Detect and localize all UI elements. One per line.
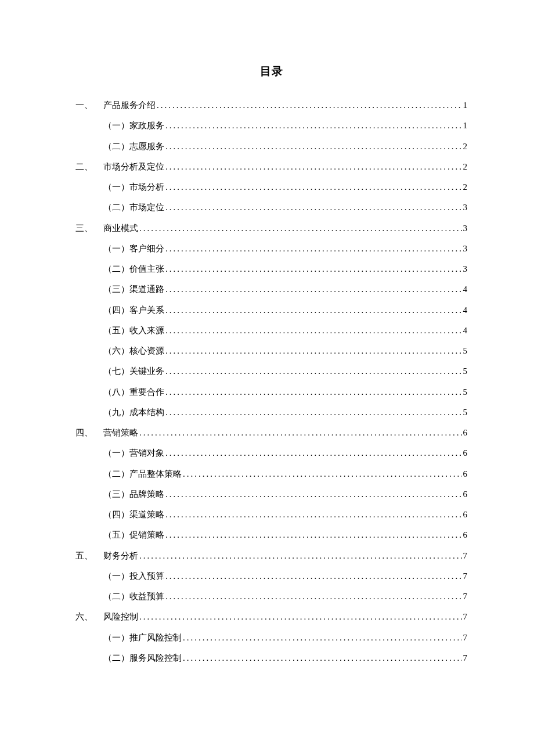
toc-entry: 六、风险控制7: [75, 607, 467, 627]
toc-entry-page: 5: [462, 361, 468, 381]
toc-entry-page: 3: [462, 197, 468, 218]
toc-entry-leader: [164, 341, 462, 361]
toc-entry-marker: （四）: [103, 300, 129, 321]
toc-entry: （六） 核心资源5: [75, 341, 467, 361]
toc-entry-label: 客户关系: [129, 300, 164, 321]
toc-entry-leader: [164, 586, 462, 607]
toc-entry-page: 7: [462, 628, 468, 648]
toc-entry-label: 风险控制: [103, 607, 138, 627]
toc-entry-marker: （六）: [103, 341, 129, 361]
toc-entry: （一）推广风险控制7: [75, 628, 467, 648]
toc-entry: 二、市场分析及定位2: [75, 157, 467, 177]
toc-entry-leader: [164, 136, 462, 157]
toc-entry: （一）家政服务1: [75, 116, 467, 136]
toc-entry-marker: 一、: [75, 95, 103, 116]
toc-entry-leader: [138, 607, 462, 627]
toc-entry-marker: （七）: [103, 361, 129, 381]
toc-entry: （七） 关键业务5: [75, 361, 467, 381]
toc-entry-leader: [164, 197, 462, 218]
toc-entry-marker: （八）: [103, 382, 129, 402]
toc-entry-leader: [164, 279, 462, 300]
toc-entry-page: 5: [462, 382, 468, 402]
toc-entry-leader: [164, 443, 462, 463]
toc-entry-page: 6: [462, 484, 468, 505]
toc-entry-page: 5: [462, 341, 468, 361]
toc-entry-marker: （五）: [103, 321, 129, 341]
toc-entry-marker: （二）: [103, 586, 129, 607]
toc-entry: （二） 价值主张3: [75, 259, 467, 279]
toc-entry: （一）客户细分3: [75, 239, 467, 259]
toc-entry-marker: （一）: [103, 628, 129, 648]
toc-entry-leader: [164, 484, 462, 505]
toc-entry: 一、产品服务介绍1: [75, 95, 467, 116]
toc-entry-page: 4: [462, 279, 468, 300]
toc-entry: （四） 客户关系4: [75, 300, 467, 321]
toc-entry-leader: [138, 423, 462, 443]
toc-entry-label: 客户细分: [129, 239, 164, 259]
toc-entry-marker: （一）: [103, 566, 129, 586]
toc-entry-leader: [182, 464, 462, 484]
toc-entry-label: 品牌策略: [129, 484, 164, 505]
toc-entry-label: 核心资源: [129, 341, 164, 361]
toc-entry-leader: [164, 239, 462, 259]
toc-entry-page: 4: [462, 321, 468, 341]
toc-entry-label: 价值主张: [129, 259, 164, 279]
toc-entry: 四、营销策略6: [75, 423, 467, 443]
toc-entry-label: 产品服务介绍: [103, 95, 156, 116]
toc-entry-page: 3: [462, 218, 468, 239]
toc-entry-leader: [138, 218, 462, 239]
toc-entry-marker: （二）: [103, 197, 129, 218]
toc-entry-page: 4: [462, 300, 468, 321]
toc-entry-page: 7: [462, 546, 468, 566]
toc-entry-label: 促销策略: [129, 525, 164, 545]
toc-entry-marker: （四）: [103, 505, 129, 525]
toc-entry-label: 重要合作: [129, 382, 164, 402]
toc-entry: （一）营销对象6: [75, 443, 467, 463]
toc-entry-marker: （三）: [103, 484, 129, 505]
toc-entry: （九） 成本结构5: [75, 402, 467, 423]
toc-entry-page: 1: [462, 95, 468, 116]
toc-entry-leader: [164, 361, 462, 381]
toc-entry: （二）收益预算7: [75, 586, 467, 607]
toc-entry-page: 7: [462, 648, 468, 668]
toc-entry-page: 6: [462, 423, 468, 443]
toc-entry-marker: （一）: [103, 116, 129, 136]
toc-entry-label: 市场分析及定位: [103, 157, 164, 177]
toc-entry-page: 6: [462, 464, 468, 484]
toc-entry-marker: （三）: [103, 279, 129, 300]
toc-entry-marker: （一）: [103, 177, 129, 197]
toc-entry-label: 关键业务: [129, 361, 164, 381]
toc-entry-marker: 三、: [75, 218, 103, 239]
toc-entry-leader: [164, 525, 462, 545]
toc-entry-page: 2: [462, 157, 468, 177]
toc-entry: （一）投入预算7: [75, 566, 467, 586]
toc-entry-page: 6: [462, 443, 468, 463]
toc-entry: （一）市场分析2: [75, 177, 467, 197]
toc-entry-marker: （一）: [103, 239, 129, 259]
toc-entry: 三、商业模式3: [75, 218, 467, 239]
toc-entry: （八） 重要合作5: [75, 382, 467, 402]
toc-entry-page: 6: [462, 525, 468, 545]
toc-entry-label: 营销对象: [129, 443, 164, 463]
toc-entry-marker: 五、: [75, 546, 103, 566]
toc-entry-label: 家政服务: [129, 116, 164, 136]
toc-entry-label: 营销策略: [103, 423, 138, 443]
toc-entry-leader: [164, 259, 462, 279]
toc-entry-marker: 二、: [75, 157, 103, 177]
toc-entry: （五） 收入来源4: [75, 321, 467, 341]
toc-entry-label: 志愿服务: [129, 136, 164, 157]
toc-entry-leader: [156, 95, 462, 116]
toc-entry: （二）服务风险控制7: [75, 648, 467, 668]
toc-entry-label: 推广风险控制: [129, 628, 182, 648]
toc-entry-page: 2: [462, 136, 468, 157]
toc-entry-marker: （二）: [103, 136, 129, 157]
toc-entry-page: 7: [462, 607, 468, 627]
toc-entry-leader: [164, 402, 462, 423]
toc-entry: （二）产品整体策略6: [75, 464, 467, 484]
toc-entry-marker: 四、: [75, 423, 103, 443]
toc-entry-leader: [164, 157, 462, 177]
toc-entry: （二）市场定位3: [75, 197, 467, 218]
toc-entry-label: 成本结构: [129, 402, 164, 423]
toc-entry-marker: （二）: [103, 259, 129, 279]
toc-entry-label: 产品整体策略: [129, 464, 182, 484]
